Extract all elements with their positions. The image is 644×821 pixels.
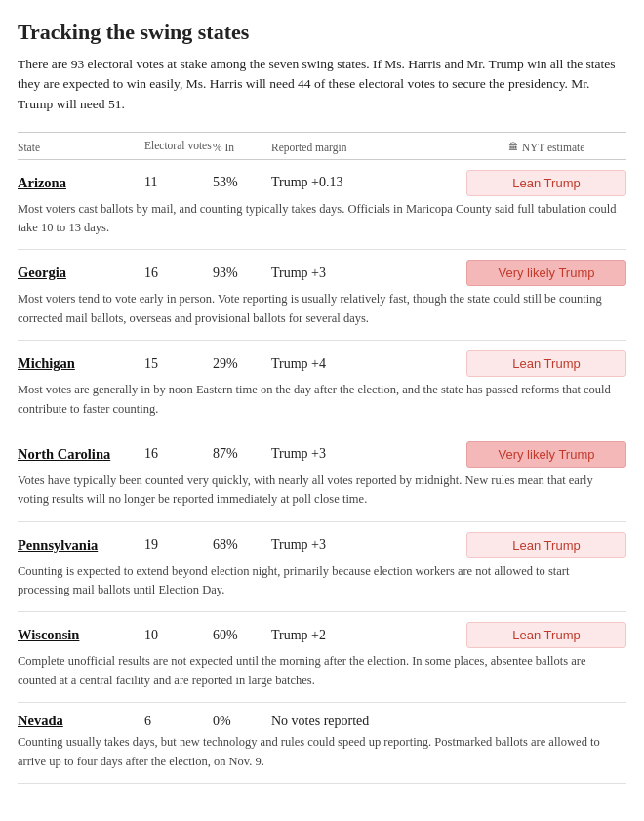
state-name: Wisconsin (18, 627, 144, 643)
state-row: Nevada60%No votes reported (18, 713, 626, 729)
header-reported-margin: Reported margin (271, 142, 466, 153)
reported-margin: Trump +3 (271, 537, 466, 553)
state-name: North Carolina (18, 446, 144, 463)
electoral-votes: 10 (144, 628, 213, 643)
electoral-votes: 19 (144, 537, 213, 553)
state-note: Counting usually takes days, but new tec… (18, 733, 623, 771)
electoral-votes: 16 (144, 266, 213, 281)
state-note: Counting is expected to extend beyond el… (18, 562, 623, 600)
electoral-votes: 11 (144, 175, 213, 190)
electoral-votes: 16 (144, 446, 213, 462)
electoral-votes: 6 (144, 714, 213, 729)
state-note: Most voters cast ballots by mail, and co… (18, 200, 623, 238)
state-row: Wisconsin1060%Trump +2Lean Trump (18, 622, 626, 648)
state-block: Michigan1529%Trump +4Lean TrumpMost vote… (18, 341, 626, 431)
pct-in: 53% (213, 175, 271, 190)
nyt-icon: 🏛 (508, 142, 518, 152)
state-row: Arizona1153%Trump +0.13Lean Trump (18, 170, 626, 196)
table-header: State Electoral votes % In Reported marg… (18, 132, 626, 160)
reported-margin: Trump +3 (271, 446, 466, 462)
pct-in: 29% (213, 356, 271, 372)
state-note: Most votes are generally in by noon East… (18, 381, 623, 419)
estimate-badge: Very likely Trump (466, 441, 626, 468)
state-block: Pennsylvania1968%Trump +3Lean TrumpCount… (18, 522, 626, 613)
header-nyt-estimate: 🏛 NYT estimate (466, 142, 626, 153)
reported-margin: Trump +2 (271, 628, 466, 643)
state-row: Georgia1693%Trump +3Very likely Trump (18, 260, 626, 286)
state-name: Pennsylvania (18, 537, 144, 554)
state-name: Georgia (18, 265, 144, 281)
header-electoral-votes: Electoral votes (144, 139, 213, 153)
state-name: Michigan (18, 355, 144, 372)
pct-in: 0% (213, 714, 271, 729)
state-row: North Carolina1687%Trump +3Very likely T… (18, 441, 626, 468)
state-note: Complete unofficial results are not expe… (18, 652, 623, 690)
header-pct-in: % In (213, 142, 271, 153)
state-name: Nevada (18, 713, 144, 729)
state-block: Arizona1153%Trump +0.13Lean TrumpMost vo… (18, 160, 626, 251)
state-block: North Carolina1687%Trump +3Very likely T… (18, 431, 626, 522)
page-title: Tracking the swing states (18, 20, 626, 45)
pct-in: 87% (213, 446, 271, 462)
header-state: State (18, 142, 144, 153)
reported-margin: Trump +3 (271, 266, 466, 281)
pct-in: 68% (213, 537, 271, 553)
state-row: Michigan1529%Trump +4Lean Trump (18, 350, 626, 377)
estimate-badge: Very likely Trump (466, 260, 626, 286)
estimate-badge: Lean Trump (466, 170, 626, 196)
state-name: Arizona (18, 175, 144, 191)
state-note: Most voters tend to vote early in person… (18, 290, 623, 328)
reported-margin: No votes reported (271, 714, 466, 729)
estimate-badge: Lean Trump (466, 350, 626, 377)
state-row: Pennsylvania1968%Trump +3Lean Trump (18, 532, 626, 558)
state-note: Votes have typically been counted very q… (18, 472, 623, 510)
pct-in: 93% (213, 266, 271, 281)
intro-text: There are 93 electoral votes at stake am… (18, 55, 626, 114)
state-block: Georgia1693%Trump +3Very likely TrumpMos… (18, 250, 626, 341)
states-table: Arizona1153%Trump +0.13Lean TrumpMost vo… (18, 160, 626, 784)
pct-in: 60% (213, 628, 271, 643)
estimate-badge: Lean Trump (466, 532, 626, 558)
state-block: Nevada60%No votes reportedCounting usual… (18, 703, 626, 784)
electoral-votes: 15 (144, 356, 213, 372)
estimate-badge: Lean Trump (466, 622, 626, 648)
reported-margin: Trump +0.13 (271, 175, 466, 190)
reported-margin: Trump +4 (271, 356, 466, 372)
state-block: Wisconsin1060%Trump +2Lean TrumpComplete… (18, 612, 626, 703)
